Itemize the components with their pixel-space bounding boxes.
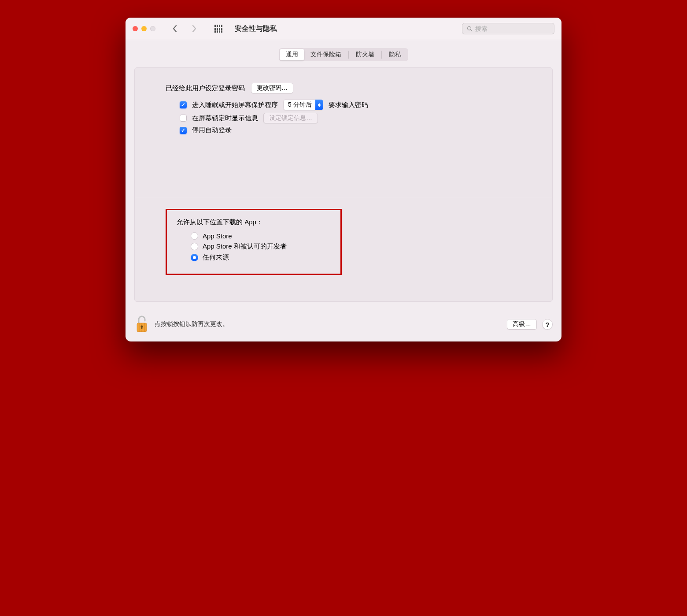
require-password-row: 进入睡眠或开始屏幕保护程序 5 分钟后 要求输入密码 [166,100,521,110]
tab-privacy[interactable]: 隐私 [383,49,407,60]
svg-line-1 [471,30,472,31]
download-section: 允许从以下位置下载的 App： App Store App Store 和被认可… [135,198,552,301]
tab-label: 通用 [286,51,298,59]
back-button[interactable] [170,23,179,34]
search-icon [467,26,473,32]
updown-caret-icon [315,100,323,110]
search-input[interactable] [475,25,550,32]
nav-arrows [170,23,199,34]
spacer [135,149,552,198]
radio-button [191,243,198,250]
lock-icon[interactable] [134,315,149,334]
content-area: 已经给此用户设定登录密码 更改密码… 进入睡眠或开始屏幕保护程序 5 分钟后 要… [134,67,553,302]
titlebar: 安全性与隐私 [126,18,561,40]
login-password-text: 已经给此用户设定登录密码 [166,84,245,93]
lock-hint-text: 点按锁按钮以防再次更改。 [155,320,229,328]
require-password-suffix: 要求输入密码 [329,101,368,109]
radio-label: App Store 和被认可的开发者 [203,242,287,251]
grid-icon [214,25,222,33]
radio-anywhere[interactable]: 任何来源 [177,252,331,263]
radio-button [191,254,198,261]
preferences-window: 安全性与隐私 通用 文件保险箱 防火墙 隐私 已经给此用户设定登录密码 更改密码… [126,18,561,341]
change-password-button[interactable]: 更改密码… [251,83,293,93]
login-section: 已经给此用户设定登录密码 更改密码… 进入睡眠或开始屏幕保护程序 5 分钟后 要… [135,68,552,149]
help-button[interactable]: ? [542,319,553,330]
password-delay-select[interactable]: 5 分钟后 [283,100,323,110]
require-password-checkbox[interactable] [180,101,187,108]
tab-bar: 通用 文件保险箱 防火墙 隐私 [126,40,561,67]
disable-auto-login-label: 停用自动登录 [192,126,232,134]
tab-label: 防火墙 [356,51,374,59]
login-password-row: 已经给此用户设定登录密码 更改密码… [166,83,521,93]
panel-title: 安全性与隐私 [235,24,277,33]
highlight-annotation: 允许从以下位置下载的 App： App Store App Store 和被认可… [166,209,342,275]
radio-button [191,232,198,240]
radio-app-store[interactable]: App Store [177,231,331,241]
tab-separator [348,51,349,59]
window-controls [133,26,155,31]
lock-message-row: 在屏幕锁定时显示信息 设定锁定信息… [166,113,521,123]
chevron-right-icon [192,25,197,33]
forward-button[interactable] [190,23,199,34]
radio-label: 任何来源 [203,253,229,262]
download-heading: 允许从以下位置下载的 App： [177,218,331,226]
require-password-prefix: 进入睡眠或开始屏幕保护程序 [192,101,278,109]
chevron-left-icon [172,25,177,33]
minimize-window-button[interactable] [141,26,147,31]
tab-separator [381,51,382,59]
maximize-window-button[interactable] [150,26,155,31]
disable-auto-login-row: 停用自动登录 [166,126,521,134]
tab-general[interactable]: 通用 [280,49,304,60]
radio-label: App Store [203,232,232,240]
footer: 点按锁按钮以防再次更改。 高级… ? [126,310,561,341]
select-value: 5 分钟后 [283,100,315,110]
close-window-button[interactable] [133,26,138,31]
tabs: 通用 文件保险箱 防火墙 隐私 [279,48,408,61]
set-lock-message-button[interactable]: 设定锁定信息… [263,113,318,123]
tab-firewall[interactable]: 防火墙 [350,49,380,60]
svg-rect-8 [141,327,143,329]
tab-label: 文件保险箱 [310,51,341,59]
tab-label: 隐私 [389,51,401,59]
radio-identified-developers[interactable]: App Store 和被认可的开发者 [177,241,331,252]
lock-message-label: 在屏幕锁定时显示信息 [192,114,258,122]
search-field[interactable] [462,23,554,34]
show-all-button[interactable] [213,23,224,34]
tab-filevault[interactable]: 文件保险箱 [304,49,347,60]
disable-auto-login-checkbox[interactable] [180,127,187,134]
lock-message-checkbox[interactable] [180,115,187,122]
advanced-button[interactable]: 高级… [507,319,537,330]
